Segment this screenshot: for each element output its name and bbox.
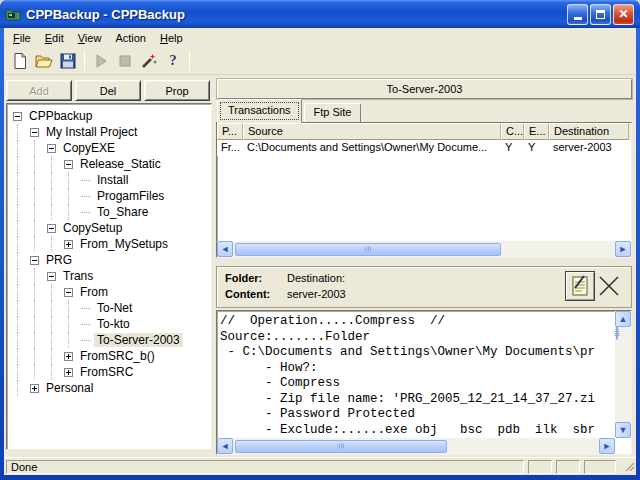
resize-grip[interactable] xyxy=(622,459,635,474)
tree-item-label[interactable]: PRG xyxy=(43,253,75,267)
expander-box[interactable] xyxy=(30,128,39,137)
tree-item-label[interactable]: CPPbackup xyxy=(26,109,95,123)
close-button[interactable]: ✕ xyxy=(613,4,634,25)
scroll-left-icon[interactable]: ◄ xyxy=(217,241,233,257)
expander-box[interactable] xyxy=(64,352,73,361)
expander-box[interactable] xyxy=(47,144,56,153)
expander-box[interactable] xyxy=(64,288,73,297)
column-header-0[interactable]: P... xyxy=(217,123,243,140)
transactions-list[interactable]: P...SourceC...E...Destination Fr...C:\Do… xyxy=(216,122,632,258)
tree-item-label[interactable]: FromSRC xyxy=(77,365,136,379)
scroll-left-icon[interactable]: ◄ xyxy=(217,438,233,454)
report-vertical-scrollbar[interactable]: ▲ ▼ xyxy=(615,311,631,438)
tree-item-release-static[interactable]: Release_Static xyxy=(9,156,211,172)
tree-item-label[interactable]: Personal xyxy=(43,381,96,395)
expand-icon[interactable] xyxy=(60,236,77,252)
tree-item-label[interactable]: Install xyxy=(94,173,131,187)
expander-box[interactable] xyxy=(64,240,73,249)
tree-item-personal[interactable]: Personal xyxy=(9,380,211,396)
tree-item-to-net[interactable]: To-Net xyxy=(9,300,211,316)
notes-icon[interactable] xyxy=(565,271,595,301)
tree-item-label[interactable]: ProgamFiles xyxy=(94,189,167,203)
column-header-3[interactable]: E... xyxy=(524,123,549,140)
tree-item-copysetup[interactable]: CopySetup xyxy=(9,220,211,236)
menu-item-help[interactable]: Help xyxy=(153,30,190,46)
tree-item-label[interactable]: CopySetup xyxy=(60,221,125,235)
menu-item-file[interactable]: File xyxy=(6,30,38,46)
tree-item-fromsrc-b-[interactable]: FromSRC_b() xyxy=(9,348,211,364)
column-header-4[interactable]: Destination xyxy=(549,123,629,140)
toolbar-wizard-wand-icon[interactable] xyxy=(137,50,161,72)
table-row[interactable]: Fr...C:\Documents and Settings\Owner\My … xyxy=(217,140,631,156)
tree-item-label[interactable]: My Install Project xyxy=(43,125,140,139)
column-header-1[interactable]: Source xyxy=(243,123,501,140)
add-button[interactable]: Add xyxy=(6,80,72,101)
collapse-icon[interactable] xyxy=(43,140,60,156)
list-header[interactable]: P...SourceC...E...Destination xyxy=(217,123,631,140)
collapse-icon[interactable] xyxy=(60,156,77,172)
scroll-up-icon[interactable]: ▲ xyxy=(615,311,631,327)
tree-item-fromsrc[interactable]: FromSRC xyxy=(9,364,211,380)
scroll-right-icon[interactable]: ► xyxy=(599,438,615,454)
tree-item-install[interactable]: Install xyxy=(9,172,211,188)
tree-item-label[interactable]: From xyxy=(77,285,111,299)
tree-item-label[interactable]: FromSRC_b() xyxy=(77,349,158,363)
tree-item-trans[interactable]: Trans xyxy=(9,268,211,284)
del-button[interactable]: Del xyxy=(75,80,141,101)
delete-x-icon[interactable] xyxy=(595,271,623,301)
menu-item-view[interactable]: View xyxy=(71,30,109,46)
tree-item-label[interactable]: To-Server-2003 xyxy=(94,333,183,347)
expander-box[interactable] xyxy=(64,160,73,169)
prop-button[interactable]: Prop xyxy=(144,80,210,101)
maximize-button[interactable] xyxy=(590,4,611,25)
tree-item-progamfiles[interactable]: ProgamFiles xyxy=(9,188,211,204)
toolbar-open-folder-icon[interactable] xyxy=(32,50,56,72)
toolbar-save-icon[interactable] xyxy=(56,50,80,72)
tree-item-to-share[interactable]: To_Share xyxy=(9,204,211,220)
tree-item-to-server-2003[interactable]: To-Server-2003 xyxy=(9,332,211,348)
expand-icon[interactable] xyxy=(26,380,43,396)
title-bar[interactable]: CPPBackup - CPPBackup ✕ xyxy=(0,0,640,28)
tree-item-label[interactable]: Trans xyxy=(60,269,96,283)
tree-item-label[interactable]: From_MySetups xyxy=(77,237,171,251)
list-horizontal-scrollbar[interactable]: ◄ ► xyxy=(217,241,631,257)
tree-item-copyexe[interactable]: CopyEXE xyxy=(9,140,211,156)
report-horizontal-scrollbar[interactable]: ◄ ► xyxy=(217,438,615,454)
collapse-icon[interactable] xyxy=(26,252,43,268)
tree-item-from-mysetups[interactable]: From_MySetups xyxy=(9,236,211,252)
collapse-icon[interactable] xyxy=(43,268,60,284)
menu-item-edit[interactable]: Edit xyxy=(38,30,71,46)
scroll-thumb[interactable] xyxy=(235,243,501,256)
tree-item-prg[interactable]: PRG xyxy=(9,252,211,268)
menu-item-action[interactable]: Action xyxy=(108,30,153,46)
tree-item-label[interactable]: CopyEXE xyxy=(60,141,118,155)
collapse-icon[interactable] xyxy=(43,220,60,236)
expand-icon[interactable] xyxy=(60,364,77,380)
project-tree[interactable]: CPPbackupMy Install ProjectCopyEXEReleas… xyxy=(6,103,212,450)
collapse-icon[interactable] xyxy=(9,108,26,124)
expander-box[interactable] xyxy=(30,384,39,393)
scroll-thumb[interactable] xyxy=(616,326,618,340)
scroll-thumb[interactable] xyxy=(235,440,447,453)
toolbar-help-icon[interactable]: ? xyxy=(161,50,185,72)
tree-item-label[interactable]: Release_Static xyxy=(77,157,164,171)
expander-box[interactable] xyxy=(13,112,22,121)
toolbar-new-document-icon[interactable] xyxy=(8,50,32,72)
tab-transactions[interactable]: Transactions xyxy=(217,99,302,123)
tree-item-from[interactable]: From xyxy=(9,284,211,300)
expander-box[interactable] xyxy=(47,272,56,281)
collapse-icon[interactable] xyxy=(26,124,43,140)
tree-item-label[interactable]: To-kto xyxy=(94,317,133,331)
expander-box[interactable] xyxy=(47,224,56,233)
tree-item-to-kto[interactable]: To-kto xyxy=(9,316,211,332)
minimize-button[interactable] xyxy=(567,4,588,25)
collapse-icon[interactable] xyxy=(60,284,77,300)
expander-box[interactable] xyxy=(64,368,73,377)
scroll-down-icon[interactable]: ▼ xyxy=(615,422,631,438)
expand-icon[interactable] xyxy=(60,348,77,364)
tree-item-label[interactable]: To-Net xyxy=(94,301,135,315)
tree-item-label[interactable]: To_Share xyxy=(94,205,151,219)
expander-box[interactable] xyxy=(30,256,39,265)
scroll-right-icon[interactable]: ► xyxy=(615,241,631,257)
column-header-2[interactable]: C... xyxy=(501,123,524,140)
